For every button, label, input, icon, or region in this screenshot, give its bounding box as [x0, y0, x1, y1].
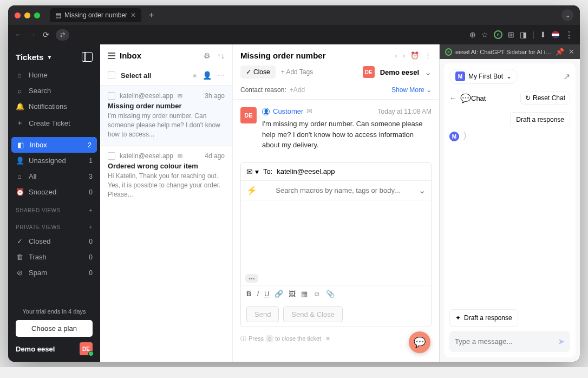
avatar[interactable]: DE	[80, 342, 93, 355]
browser-menu[interactable]: ⋮	[565, 30, 573, 40]
assign-icon[interactable]: 👤	[202, 71, 212, 80]
ticket-from: katelin@eesel.app	[120, 92, 173, 100]
count: 0	[89, 269, 93, 277]
sidebar-nav-home[interactable]: ⌂Home	[8, 67, 100, 83]
chat-fab[interactable]: 💬	[409, 331, 430, 353]
chevron-down-icon[interactable]: ⌄	[424, 67, 432, 77]
attach-button[interactable]: 📎	[326, 290, 335, 298]
wand-icon: ✦	[455, 314, 461, 322]
ticket-item[interactable]: katelin@eesel.app✉3h agoMissing order nu…	[100, 86, 232, 146]
toggle-panel-icon[interactable]	[82, 52, 93, 62]
underline-button[interactable]: U	[264, 290, 269, 298]
more-icon[interactable]: ⋯	[217, 71, 225, 80]
back-button[interactable]: ←	[15, 30, 22, 39]
count: 0	[89, 253, 93, 261]
reset-chat-button[interactable]: ↻Reset Chat	[520, 92, 570, 105]
chevron-down-icon[interactable]: ⌄	[419, 185, 426, 195]
site-settings[interactable]: ⇄	[56, 29, 69, 41]
eesel-extension-icon[interactable]: e	[494, 30, 502, 39]
sidepanel-icon[interactable]: ◨	[520, 30, 527, 39]
close-icon[interactable]: ✕	[130, 11, 136, 19]
sidebar-view-trash[interactable]: 🗑Trash0	[8, 249, 100, 265]
ticket-checkbox[interactable]	[108, 92, 115, 100]
show-more-button[interactable]: Show More ⌄	[391, 86, 432, 94]
window-controls[interactable]	[15, 12, 40, 18]
extensions-icon[interactable]: ⊞	[508, 30, 514, 39]
macro-icon[interactable]: ⚡	[246, 185, 257, 195]
expand-icon[interactable]: ↗	[563, 71, 570, 82]
sort-icon[interactable]: ↑↓	[217, 51, 225, 60]
back-button[interactable]: ←	[449, 94, 457, 102]
sidebar-nav-notifications[interactable]: 🔔Notifications	[8, 99, 100, 114]
select-all-checkbox[interactable]	[108, 71, 115, 79]
icon: ＋	[16, 118, 23, 128]
sidebar-box-all[interactable]: ⌂All3	[8, 168, 100, 184]
close-sidebar-icon[interactable]: ✕	[569, 48, 574, 56]
toolbar-toggle[interactable]: •••	[245, 274, 258, 283]
sidebar-view-closed[interactable]: ✓Closed0	[8, 233, 100, 249]
customer-link[interactable]: Customer	[273, 107, 303, 115]
italic-button[interactable]: I	[257, 290, 259, 298]
downloads-icon[interactable]: ⬇	[540, 30, 546, 39]
thread-menu[interactable]: ⋮	[424, 51, 432, 60]
to-value[interactable]: katelin@eesel.app	[277, 167, 335, 175]
add-reason-button[interactable]: +Add	[290, 86, 305, 94]
send-button[interactable]: Send	[246, 307, 279, 322]
message-input[interactable]	[455, 337, 558, 346]
draft-response-button[interactable]: ✦Draft a response	[449, 309, 518, 327]
send-close-button[interactable]: Send & Close	[283, 307, 343, 322]
add-shared-view[interactable]: +	[89, 207, 93, 213]
forward-button[interactable]: →	[29, 30, 36, 39]
icon: ⌂	[16, 71, 23, 79]
add-tags-button[interactable]: + Add Tags	[281, 68, 313, 76]
snooze-icon[interactable]: ⏰	[410, 51, 419, 60]
tabs-dropdown[interactable]: ⌄	[561, 9, 573, 21]
ticket-preview: I'm missing my order number. Can someone…	[108, 112, 225, 139]
bot-selector[interactable]: M My First Bot ⌄	[449, 69, 518, 84]
filter-icon[interactable]: ⚙	[204, 51, 211, 60]
ticket-checkbox[interactable]	[108, 152, 115, 160]
dismiss-hint[interactable]: ✕	[325, 335, 330, 342]
inbox-title: Inbox	[120, 51, 141, 60]
sidebar-nav-search[interactable]: ⌕Search	[8, 83, 100, 99]
bookmark-icon[interactable]: ☆	[481, 30, 488, 39]
browser-tab[interactable]: ▤ Missing order number ✕	[50, 8, 141, 22]
add-private-view[interactable]: +	[89, 224, 93, 230]
sidebar-title: Tickets	[16, 53, 43, 62]
draft-response-chip[interactable]: Draft a response	[510, 112, 570, 127]
zoom-icon[interactable]: ⊕	[469, 30, 476, 39]
count: 2	[88, 141, 92, 149]
new-tab-button[interactable]: +	[149, 10, 154, 20]
ticket-item[interactable]: katelin@eesel.app✉4d agoOrdered wrong co…	[100, 146, 232, 206]
close-ticket-button[interactable]: ✓Close	[240, 66, 276, 79]
choose-plan-button[interactable]: Choose a plan	[16, 320, 93, 337]
next-ticket[interactable]: ›	[403, 51, 405, 60]
channel-selector[interactable]: ✉ ▾	[246, 167, 259, 176]
chevron-down-icon[interactable]: ▼	[47, 54, 52, 60]
assignee-name[interactable]: Demo eesel	[380, 68, 419, 76]
sidebar-box-unassigned[interactable]: 👤Unassigned1	[8, 153, 100, 168]
ticket-time: 4d ago	[205, 152, 225, 160]
sidebar-nav-create-ticket[interactable]: ＋Create Ticket	[8, 114, 100, 132]
sidebar-box-inbox[interactable]: ◧Inbox2	[11, 137, 97, 153]
send-message-button[interactable]: ➤	[558, 336, 565, 347]
compose-body[interactable]	[241, 200, 431, 271]
macro-search-input[interactable]	[262, 186, 414, 194]
profile-icon[interactable]	[552, 31, 559, 38]
image-button[interactable]: 🖼	[289, 290, 296, 298]
person-icon: 👤	[262, 108, 270, 115]
status-icon[interactable]: ●	[193, 71, 197, 80]
label: Notifications	[29, 102, 67, 110]
pin-icon[interactable]: 📌	[556, 48, 564, 56]
prev-ticket[interactable]: ‹	[395, 51, 397, 60]
sidebar-view-spam[interactable]: ⊘Spam0	[8, 265, 100, 281]
video-button[interactable]: ▦	[301, 290, 308, 298]
bold-button[interactable]: B	[246, 290, 251, 298]
hint-key: c	[266, 335, 273, 342]
emoji-button[interactable]: ☺	[313, 290, 320, 298]
eesel-extension-icon: e	[445, 48, 452, 56]
link-button[interactable]: 🔗	[275, 290, 283, 298]
reload-button[interactable]: ⟳	[43, 30, 49, 39]
sidebar-box-snoozed[interactable]: ⏰Snoozed0	[8, 184, 100, 200]
ticket-subject: Missing order number	[108, 102, 225, 110]
